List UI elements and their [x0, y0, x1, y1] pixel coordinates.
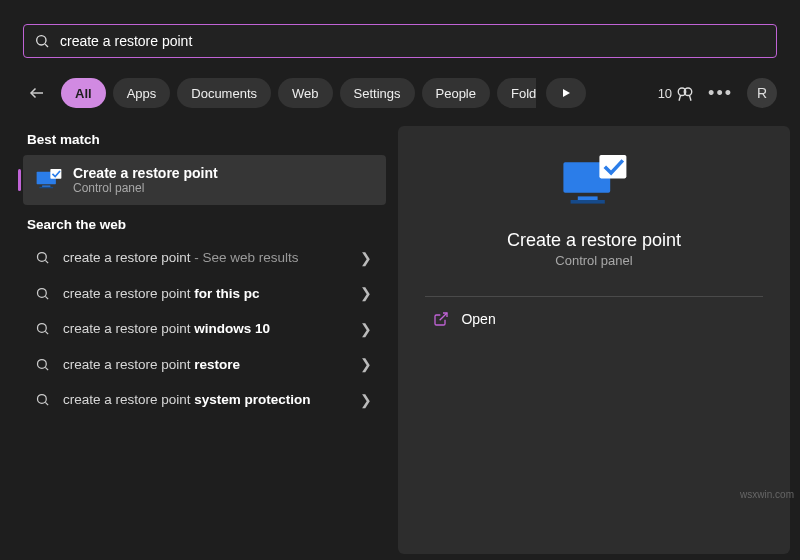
back-button[interactable]	[23, 79, 51, 107]
detail-subtitle: Control panel	[555, 253, 632, 268]
content-area: Best match Create a restore point Contro…	[0, 120, 800, 560]
search-bar[interactable]	[23, 24, 777, 58]
web-result[interactable]: create a restore point windows 10❯	[23, 311, 386, 347]
svg-point-16	[37, 359, 46, 368]
filter-settings[interactable]: Settings	[340, 78, 415, 108]
filter-people[interactable]: People	[422, 78, 490, 108]
best-match-result[interactable]: Create a restore point Control panel	[23, 155, 386, 205]
chevron-right-icon: ❯	[356, 392, 376, 408]
open-external-icon	[433, 311, 449, 327]
watermark: wsxwin.com	[740, 489, 794, 500]
best-match-title: Create a restore point	[73, 165, 218, 181]
svg-point-0	[37, 36, 46, 45]
best-match-subtitle: Control panel	[73, 181, 218, 195]
results-column: Best match Create a restore point Contro…	[0, 120, 398, 560]
chevron-right-icon: ❯	[356, 250, 376, 266]
svg-rect-23	[599, 155, 626, 178]
open-label: Open	[461, 311, 495, 327]
search-icon	[34, 33, 50, 49]
web-result-text: create a restore point - See web results	[63, 249, 356, 267]
detail-title: Create a restore point	[507, 230, 681, 251]
chevron-right-icon: ❯	[356, 321, 376, 337]
rewards-points[interactable]: 10	[658, 84, 694, 103]
filter-web[interactable]: Web	[278, 78, 333, 108]
search-icon	[33, 321, 51, 336]
svg-rect-22	[571, 200, 605, 204]
svg-rect-9	[50, 169, 61, 179]
search-web-header: Search the web	[23, 205, 386, 240]
svg-line-24	[440, 313, 447, 320]
rewards-medal-icon	[676, 85, 694, 103]
chevron-right-icon: ❯	[356, 285, 376, 301]
svg-rect-7	[42, 186, 50, 187]
svg-rect-21	[578, 196, 598, 200]
best-match-text: Create a restore point Control panel	[73, 165, 218, 195]
svg-line-11	[45, 261, 48, 264]
search-input[interactable]	[50, 33, 766, 49]
search-icon	[33, 392, 51, 407]
filter-row: All Apps Documents Web Settings People F…	[0, 58, 800, 120]
filter-documents[interactable]: Documents	[177, 78, 271, 108]
web-result[interactable]: create a restore point for this pc❯	[23, 276, 386, 312]
more-options-button[interactable]: •••	[708, 83, 733, 104]
best-match-header: Best match	[23, 120, 386, 155]
web-result[interactable]: create a restore point restore❯	[23, 347, 386, 383]
web-result-text: create a restore point system protection	[63, 391, 356, 409]
web-result-text: create a restore point for this pc	[63, 285, 356, 303]
filter-all[interactable]: All	[61, 78, 106, 108]
svg-line-19	[45, 403, 48, 406]
rewards-count: 10	[658, 86, 672, 101]
search-icon	[33, 250, 51, 265]
svg-line-13	[45, 296, 48, 299]
svg-point-18	[37, 395, 46, 404]
filter-tabs: All Apps Documents Web Settings People F…	[61, 78, 536, 108]
monitor-check-icon	[35, 169, 63, 191]
open-action[interactable]: Open	[425, 297, 762, 341]
monitor-check-icon	[558, 152, 630, 212]
user-avatar[interactable]: R	[747, 78, 777, 108]
svg-line-15	[45, 332, 48, 335]
filter-folders[interactable]: Folders	[497, 78, 536, 108]
web-result[interactable]: create a restore point system protection…	[23, 382, 386, 418]
chevron-right-icon: ❯	[356, 356, 376, 372]
svg-point-10	[37, 253, 46, 262]
detail-panel: Create a restore point Control panel Ope…	[398, 126, 790, 554]
web-result-text: create a restore point windows 10	[63, 320, 356, 338]
play-button[interactable]	[546, 78, 586, 108]
toolbar-right: 10 ••• R	[658, 78, 777, 108]
filter-apps[interactable]: Apps	[113, 78, 171, 108]
svg-rect-8	[39, 187, 53, 188]
web-result[interactable]: create a restore point - See web results…	[23, 240, 386, 276]
search-icon	[33, 286, 51, 301]
svg-line-1	[45, 44, 48, 47]
svg-point-12	[37, 288, 46, 297]
svg-line-17	[45, 367, 48, 370]
svg-point-14	[37, 324, 46, 333]
svg-marker-3	[563, 89, 570, 97]
search-icon	[33, 357, 51, 372]
web-result-text: create a restore point restore	[63, 356, 356, 374]
